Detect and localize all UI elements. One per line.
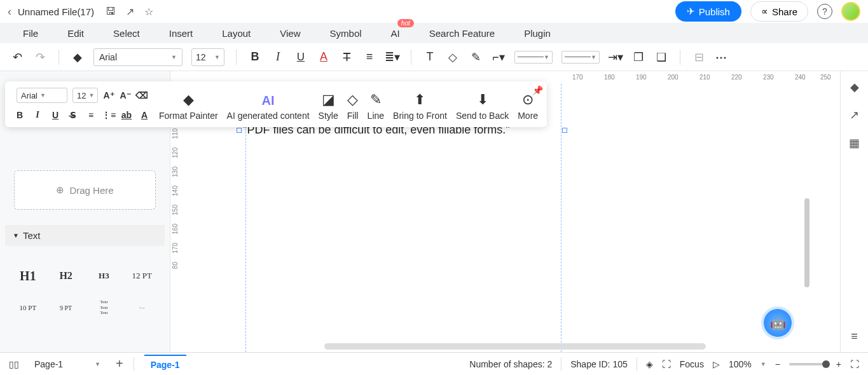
ft-bold-icon[interactable]: B (14, 109, 25, 121)
star-icon[interactable]: ☆ (144, 6, 153, 18)
menu-plugin[interactable]: Plugin (524, 28, 551, 39)
focus-label[interactable]: Focus (680, 359, 704, 369)
align-tool-icon[interactable]: ⊟ (692, 50, 706, 64)
ai-assistant-button[interactable]: 🤖 (764, 309, 792, 337)
line-spacing-icon[interactable]: ≣▾ (385, 50, 399, 64)
fill-icon[interactable]: ◇ (446, 50, 460, 64)
arrow-style-icon[interactable]: ⇥▾ (609, 50, 623, 64)
ft-underline-icon[interactable]: U (50, 109, 61, 121)
preset-h1[interactable]: H1 (10, 261, 46, 290)
preset-text-stack[interactable]: TextTextText (86, 293, 122, 322)
share-button[interactable]: ∝ Share (750, 1, 808, 22)
zoom-value[interactable]: 100% (729, 359, 752, 369)
line-style-select[interactable]: ▼ (514, 51, 553, 64)
publish-button[interactable]: ✈ Publish (675, 1, 741, 22)
resize-handle-left[interactable] (237, 128, 242, 133)
ft-italic-icon[interactable]: I (32, 109, 43, 121)
more-group[interactable]: ⊙ More (518, 92, 538, 121)
ruler-tick: 170 (572, 74, 583, 81)
text-align-icon[interactable]: T̶ (340, 50, 354, 64)
zoom-in-button[interactable]: + (836, 359, 841, 369)
chevron-down-icon[interactable]: ▼ (761, 361, 766, 367)
zoom-knob[interactable] (822, 360, 830, 368)
back-icon[interactable]: ‹ (8, 5, 11, 18)
preset-10pt[interactable]: 10 PT (10, 293, 46, 322)
bucket-icon[interactable]: ◆ (850, 80, 859, 94)
increase-font-icon[interactable]: A⁺ (103, 90, 114, 101)
preset-9pt[interactable]: 9 PT (48, 293, 84, 322)
preset-12pt[interactable]: 12 PT (124, 261, 160, 290)
clear-format-icon[interactable]: ⌫ (136, 90, 148, 101)
play-icon[interactable]: ▷ (713, 359, 720, 369)
zoom-out-button[interactable]: − (775, 359, 780, 369)
ft-textcolor-icon[interactable]: A (139, 109, 150, 121)
pages-panel-icon[interactable]: ▯▯ (9, 359, 19, 369)
export-rail-icon[interactable]: ↗ (850, 108, 859, 122)
line-weight-select[interactable]: ▼ (561, 51, 600, 64)
menu-search[interactable]: Search Feature (429, 28, 495, 39)
pin-icon[interactable]: 📌 (532, 85, 543, 95)
undo-icon[interactable]: ↶ (10, 50, 24, 64)
font-select[interactable]: Arial ▼ (93, 48, 183, 66)
grid-icon[interactable]: ▦ (849, 136, 860, 150)
layer-back-icon[interactable]: ❐ (631, 50, 645, 64)
menu-select[interactable]: Select (113, 28, 140, 39)
font-size-select[interactable]: 12 ▼ (191, 48, 224, 66)
connector-icon[interactable]: ⌐▾ (492, 50, 506, 64)
text-section-header[interactable]: ▼ Text (5, 225, 165, 246)
text-color-icon[interactable]: A (317, 50, 331, 64)
brush-icon[interactable]: ✎ (469, 50, 483, 64)
ft-highlight-icon[interactable]: ab (121, 109, 132, 121)
send-back-group[interactable]: ⬇ Send to Back (456, 92, 509, 121)
menu-view[interactable]: View (280, 28, 300, 39)
save-icon[interactable]: 🖫 (106, 6, 116, 18)
align-left-icon[interactable]: ≡ (362, 50, 376, 64)
avatar[interactable] (841, 2, 860, 21)
export-icon[interactable]: ↗ (126, 6, 134, 18)
format-painter-icon[interactable]: ◆ (71, 50, 85, 64)
add-page-button[interactable]: + (116, 357, 123, 371)
redo-icon[interactable]: ↷ (33, 50, 47, 64)
preset-text-tiny[interactable]: Text (124, 293, 160, 322)
text-tool-icon[interactable]: T (423, 50, 437, 64)
menu-insert[interactable]: Insert (169, 28, 193, 39)
ft-numlist-icon[interactable]: ≡ (85, 109, 97, 121)
ft-font-select[interactable]: Arial▼ (17, 88, 67, 103)
menu-ai[interactable]: AI hot (391, 28, 400, 39)
layer-front-icon[interactable]: ❏ (654, 50, 668, 64)
zoom-slider[interactable] (789, 363, 827, 365)
preset-h3[interactable]: H3 (86, 261, 122, 290)
style-group[interactable]: ◪ Style (319, 92, 338, 121)
resize-handle-right[interactable] (562, 128, 567, 133)
fullscreen-icon[interactable]: ⛶ (850, 359, 859, 369)
drag-here-dropzone[interactable]: ⊕ Drag Here (14, 170, 156, 210)
decrease-font-icon[interactable]: A⁻ (120, 90, 131, 101)
layers-icon[interactable]: ◈ (646, 359, 653, 369)
ai-content-group[interactable]: AI AI generated content (227, 93, 310, 121)
horizontal-scrollbar[interactable] (324, 343, 706, 350)
focus-icon[interactable]: ⛶ (662, 359, 671, 369)
page-dropdown[interactable]: Page-1 ▼ (29, 356, 106, 372)
menu-file[interactable]: File (23, 28, 38, 39)
preset-h2[interactable]: H2 (48, 261, 84, 290)
page-tab[interactable]: Page-1 (144, 355, 186, 374)
fill-group[interactable]: ◇ Fill (347, 92, 359, 121)
more-icon[interactable]: ⋯ (715, 50, 729, 64)
ruler-tick: 170 (172, 243, 179, 254)
ft-size-select[interactable]: 12▼ (72, 88, 98, 103)
filename[interactable]: Unnamed File(17) (18, 6, 94, 17)
bring-front-group[interactable]: ⬆ Bring to Front (393, 92, 447, 121)
vertical-scrollbar[interactable] (804, 198, 809, 287)
ft-bulletlist-icon[interactable]: ⋮≡ (103, 109, 114, 121)
line-group[interactable]: ✎ Line (368, 92, 384, 121)
menu-edit[interactable]: Edit (67, 28, 84, 39)
menu-layout[interactable]: Layout (222, 28, 251, 39)
format-painter-group[interactable]: ◆ Format Painter (159, 92, 218, 121)
ft-strike-icon[interactable]: S̶ (67, 109, 79, 121)
menu-symbol[interactable]: Symbol (330, 28, 362, 39)
underline-icon[interactable]: U (294, 50, 308, 64)
help-icon[interactable]: ? (817, 4, 832, 19)
bold-icon[interactable]: B (248, 50, 262, 64)
settings-rail-icon[interactable]: ≡ (851, 330, 858, 343)
italic-icon[interactable]: I (271, 50, 285, 64)
